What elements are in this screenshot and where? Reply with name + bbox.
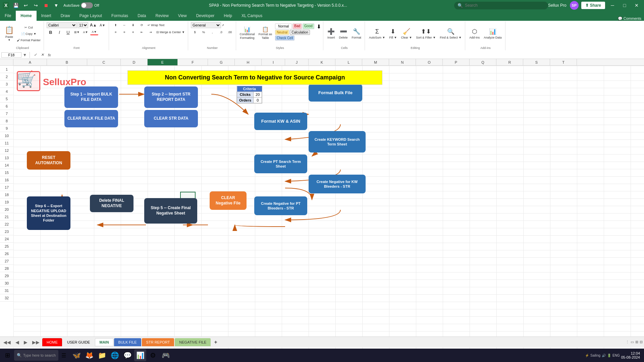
format-button[interactable]: 🔧 Format (351, 24, 363, 43)
page-layout-view-button[interactable]: ⊞ (635, 340, 638, 344)
sort-filter-button[interactable]: ⬆⬇ Sort & Filter ▼ (415, 24, 437, 43)
align-left-button[interactable]: ≡ (112, 29, 120, 35)
find-select-button[interactable]: 🔍 Find & Select ▼ (438, 24, 463, 43)
minimize-button[interactable]: ─ (608, 1, 617, 10)
bad-style[interactable]: Bad (292, 23, 302, 29)
increase-decimal-button[interactable]: .00 (226, 29, 234, 35)
styles-expand-button[interactable]: ⬇ (317, 23, 321, 30)
increase-font-button[interactable]: A▲ (89, 22, 98, 28)
align-right-button[interactable]: ≡ (129, 29, 137, 35)
col-L[interactable]: L (335, 59, 362, 65)
col-K[interactable]: K (309, 59, 335, 65)
format-painter-button[interactable]: 🖌 Format Painter (16, 37, 42, 43)
customize-button[interactable]: ▼ (51, 1, 61, 10)
number-expand-button[interactable]: ↗ (222, 24, 224, 27)
align-top-button[interactable]: ⬆ (112, 22, 120, 28)
copy-button[interactable]: 📄 Copy ▼ (16, 31, 42, 37)
col-A[interactable]: A (13, 59, 47, 65)
sheet-tab-str-report[interactable]: STR REPORT (142, 338, 174, 346)
sheet-options-button[interactable]: ⋮ (626, 340, 629, 344)
step5-button[interactable]: Step 5 -- Create Final Negative Sheet (144, 198, 197, 224)
check-cell-style[interactable]: Check Cell (275, 36, 294, 41)
search-box[interactable]: 🔍 (454, 2, 548, 9)
sheet-nav-next[interactable]: ▶ (22, 340, 30, 345)
fill-button[interactable]: ⬇ Fill ▼ (388, 24, 398, 43)
sheet-tab-main[interactable]: MAIN (95, 338, 113, 346)
tab-insert[interactable]: Insert (37, 11, 56, 21)
font-color-button[interactable]: A▼ (90, 29, 98, 35)
cell-options-button[interactable]: ▼ (23, 53, 27, 57)
sheet-tab-home[interactable]: HOME (42, 338, 62, 346)
sheet-tab-bulk-file[interactable]: BULK FILE (114, 338, 141, 346)
taskbar-edge[interactable]: 🌐 (109, 349, 121, 361)
tab-review[interactable]: Review (151, 11, 173, 21)
taskbar-app-2[interactable]: 🦊 (83, 349, 95, 361)
col-J[interactable]: J (285, 59, 309, 65)
font-name-select[interactable]: Calibri (47, 22, 77, 28)
comma-button[interactable]: , (208, 29, 216, 35)
wrap-text-button[interactable]: ↵ Wrap Text (147, 22, 166, 28)
redo-button[interactable]: ↪ (31, 1, 41, 10)
sheet-tab-negative-file[interactable]: NEGATIVE FILE (175, 338, 211, 346)
col-E[interactable]: E (148, 59, 178, 65)
tab-home[interactable]: Home (16, 11, 36, 21)
fx-button[interactable]: fx (47, 53, 52, 57)
normal-view-button[interactable]: ▭ (631, 340, 634, 344)
format-bulk-button[interactable]: Format Bulk File (309, 84, 362, 102)
clear-str-button[interactable]: CLEAR STR DATA (144, 110, 198, 127)
align-middle-button[interactable]: ↔ (120, 22, 128, 28)
restore-button[interactable]: □ (620, 1, 629, 10)
orientation-button[interactable]: ⟳ (138, 22, 146, 28)
save-button[interactable]: 💾 (11, 1, 20, 10)
create-neg-pt-button[interactable]: Create Negative for PT Bleeders - STR (254, 196, 307, 215)
tab-xl-campus[interactable]: XL Campus (237, 11, 267, 21)
col-C[interactable]: C (87, 59, 121, 65)
delete-final-button[interactable]: Delete FINAL NEGATIVE (90, 195, 133, 212)
tab-formulas[interactable]: Formulas (107, 11, 133, 21)
good-style[interactable]: Good (303, 23, 314, 29)
create-keyword-button[interactable]: Create KEYWORD Search Term Sheet (309, 131, 366, 153)
neutral-style[interactable]: Neutral (275, 30, 289, 35)
decrease-indent-button[interactable]: ⇤ (138, 29, 146, 35)
task-view-button[interactable]: ☰ (59, 351, 68, 360)
decrease-decimal-button[interactable]: .0 (217, 29, 225, 35)
check-formula-button[interactable]: ✓ (33, 53, 38, 57)
format-as-table-button[interactable]: 📋 Format as Table (257, 23, 274, 42)
taskbar-app-1[interactable]: 🦋 (70, 349, 83, 361)
format-kw-button[interactable]: Format KW & ASIN (254, 113, 307, 130)
add-ins-button[interactable]: ⬡ Add-Ins (468, 24, 481, 43)
clear-bulk-button[interactable]: CLEAR BULK FILE DATA (64, 110, 118, 127)
search-input[interactable] (465, 3, 539, 8)
taskbar-app-8[interactable]: 🎮 (160, 349, 172, 361)
tab-page-layout[interactable]: Page Layout (75, 11, 107, 21)
create-pt-button[interactable]: Create PT Search Term Sheet (254, 155, 307, 173)
col-Q[interactable]: Q (470, 59, 496, 65)
clear-neg-button[interactable]: CLEAR Negative File (210, 191, 247, 210)
stop-button[interactable]: ⏹ (41, 1, 51, 10)
increase-indent-button[interactable]: ⇥ (147, 29, 155, 35)
taskbar-file-explorer[interactable]: 📁 (96, 349, 108, 361)
fill-color-button[interactable]: A▼ (82, 29, 90, 35)
col-N[interactable]: N (389, 59, 416, 65)
border-button[interactable]: ⊞▼ (73, 29, 81, 35)
add-sheet-button[interactable]: + (211, 339, 220, 345)
taskbar-app-7[interactable]: ⚙ (147, 349, 159, 361)
col-G[interactable]: G (208, 59, 235, 65)
bold-button[interactable]: B (47, 29, 55, 35)
taskbar-excel[interactable]: 📊 (134, 349, 146, 361)
font-size-select[interactable]: 11 (77, 22, 88, 28)
col-M[interactable]: M (362, 59, 389, 65)
analyze-data-button[interactable]: 📊 Analyze Data (482, 24, 503, 43)
merge-center-button[interactable]: ⊟ Merge & Center ▼ (155, 29, 186, 35)
sheet-nav-left[interactable]: ◀◀ (1, 340, 13, 345)
sheet-nav-prev[interactable]: ◀ (13, 340, 21, 345)
align-center-button[interactable]: ≡ (120, 29, 128, 35)
col-I[interactable]: I (262, 59, 285, 65)
col-S[interactable]: S (523, 59, 550, 65)
tab-file[interactable]: File (0, 11, 16, 21)
col-R[interactable]: R (496, 59, 523, 65)
underline-button[interactable]: U (64, 29, 72, 35)
number-format-select[interactable]: General (191, 22, 221, 28)
formula-input[interactable] (53, 53, 643, 57)
col-H[interactable]: H (235, 59, 262, 65)
